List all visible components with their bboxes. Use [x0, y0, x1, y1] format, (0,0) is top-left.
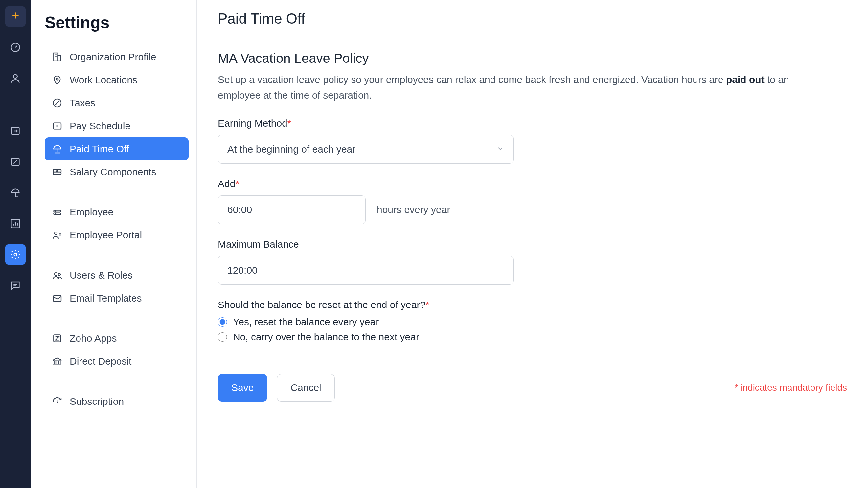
svg-point-1	[13, 75, 17, 78]
svg-point-8	[56, 78, 59, 80]
gauge-icon	[10, 42, 21, 53]
form-group-max-balance: Maximum Balance	[218, 239, 847, 285]
rail-item-chat[interactable]	[5, 275, 26, 296]
percent-card-icon	[10, 156, 21, 167]
z-square-icon	[52, 333, 62, 344]
nav-label: Direct Deposit	[70, 356, 131, 367]
svg-rect-12	[53, 172, 61, 175]
label-max-balance: Maximum Balance	[218, 239, 847, 250]
nav-item-employee-portal[interactable]: Employee Portal	[45, 224, 189, 247]
location-pin-icon	[52, 75, 62, 85]
rail-item-reports[interactable]	[5, 213, 26, 234]
nav-label: Organization Profile	[70, 51, 156, 62]
nav-group-1: Organization Profile Work Locations Taxe…	[45, 46, 189, 183]
svg-rect-7	[58, 56, 61, 61]
section-title: MA Vacation Leave Policy	[218, 51, 847, 66]
gear-icon	[10, 249, 21, 260]
bar-chart-icon	[10, 218, 21, 229]
nav-item-direct-deposit[interactable]: Direct Deposit	[45, 350, 189, 373]
pay-schedule-icon	[52, 121, 62, 131]
main: Paid Time Off MA Vacation Leave Policy S…	[197, 0, 868, 488]
beach-umbrella-icon	[52, 144, 62, 154]
nav-label: Pay Schedule	[70, 120, 130, 132]
nav-item-email-templates[interactable]: Email Templates	[45, 287, 189, 310]
nav-label: Salary Components	[70, 166, 156, 178]
person-icon	[10, 73, 21, 84]
svg-point-16	[55, 211, 56, 212]
employee-icon	[52, 207, 62, 218]
add-suffix: hours every year	[377, 204, 450, 216]
employee-portal-icon	[52, 230, 62, 240]
nav-item-pay-schedule[interactable]: Pay Schedule	[45, 114, 189, 138]
radio-reset-no-input[interactable]	[218, 333, 227, 342]
percent-circle-icon	[52, 98, 62, 108]
nav-item-zoho-apps[interactable]: Zoho Apps	[45, 327, 189, 350]
rail-item-umbrella[interactable]	[5, 182, 26, 203]
svg-point-5	[14, 253, 17, 256]
nav-label: Paid Time Off	[70, 143, 129, 154]
page-title: Paid Time Off	[197, 0, 868, 37]
chat-icon	[10, 280, 21, 291]
svg-point-19	[55, 272, 57, 275]
rail-item-people[interactable]	[5, 68, 26, 89]
sparkle-icon	[10, 11, 21, 22]
svg-point-17	[55, 213, 56, 214]
nav-item-taxes[interactable]: Taxes	[45, 91, 189, 114]
rail-item-dashboard[interactable]	[5, 37, 26, 58]
nav-label: Employee	[70, 206, 113, 218]
users-icon	[52, 270, 62, 281]
svg-point-18	[55, 232, 57, 235]
bank-icon	[52, 356, 62, 367]
nav-group-4: Zoho Apps Direct Deposit	[45, 327, 189, 373]
form-group-add: Add* hours every year	[218, 178, 847, 224]
nav-label: Subscription	[70, 396, 124, 407]
nav-group-5: Subscription	[45, 390, 189, 413]
add-hours-input[interactable]	[218, 195, 366, 224]
label-add: Add*	[218, 178, 847, 190]
nav-label: Employee Portal	[70, 230, 142, 241]
settings-sidebar: Settings Organization Profile Work Locat…	[31, 0, 197, 488]
label-earning-method: Earning Method*	[218, 118, 847, 129]
nav-label: Zoho Apps	[70, 333, 117, 344]
nav-group-3: Users & Roles Email Templates	[45, 264, 189, 310]
arrow-box-icon	[10, 125, 21, 137]
rail-item-payrun[interactable]	[5, 120, 26, 141]
svg-rect-21	[53, 296, 61, 301]
cash-stack-icon	[52, 167, 62, 177]
sparkle-logo[interactable]	[5, 6, 26, 27]
svg-rect-6	[54, 53, 58, 61]
nav-item-work-locations[interactable]: Work Locations	[45, 68, 189, 91]
earning-method-select[interactable]: At the beginning of each year	[218, 135, 514, 164]
nav-item-users-roles[interactable]: Users & Roles	[45, 264, 189, 287]
cancel-button[interactable]: Cancel	[277, 374, 335, 402]
actions: Save Cancel * indicates mandatory fields	[218, 374, 847, 402]
envelope-icon	[52, 293, 62, 304]
nav-item-organization-profile[interactable]: Organization Profile	[45, 46, 189, 68]
label-reset: Should the balance be reset at the end o…	[218, 299, 847, 310]
nav-label: Users & Roles	[70, 270, 133, 281]
form-group-earning-method: Earning Method* At the beginning of each…	[218, 118, 847, 164]
rail-item-settings[interactable]	[5, 244, 26, 265]
radio-reset-no[interactable]: No, carry over the balance to the next y…	[218, 332, 847, 343]
earning-method-select-wrapper: At the beginning of each year	[218, 135, 514, 164]
subscription-refresh-icon	[52, 396, 62, 407]
icon-rail	[0, 0, 31, 488]
form-group-reset: Should the balance be reset at the end o…	[218, 299, 847, 343]
nav-item-employee[interactable]: Employee	[45, 201, 189, 224]
nav-group-2: Employee Employee Portal	[45, 201, 189, 247]
nav-label: Email Templates	[70, 293, 142, 304]
nav-label: Work Locations	[70, 74, 137, 86]
rail-item-taxes[interactable]	[5, 151, 26, 172]
radio-reset-yes[interactable]: Yes, reset the balance every year	[218, 316, 847, 327]
svg-point-20	[58, 273, 60, 276]
nav-item-subscription[interactable]: Subscription	[45, 390, 189, 413]
building-icon	[52, 52, 62, 62]
nav-item-paid-time-off[interactable]: Paid Time Off	[45, 138, 189, 161]
mandatory-note: * indicates mandatory fields	[735, 382, 847, 393]
radio-reset-yes-input[interactable]	[218, 317, 227, 326]
nav-item-salary-components[interactable]: Salary Components	[45, 161, 189, 183]
section-description: Set up a vacation leave policy so your e…	[218, 72, 803, 103]
max-balance-input[interactable]	[218, 256, 514, 285]
save-button[interactable]: Save	[218, 374, 267, 402]
sidebar-title: Settings	[45, 13, 189, 32]
